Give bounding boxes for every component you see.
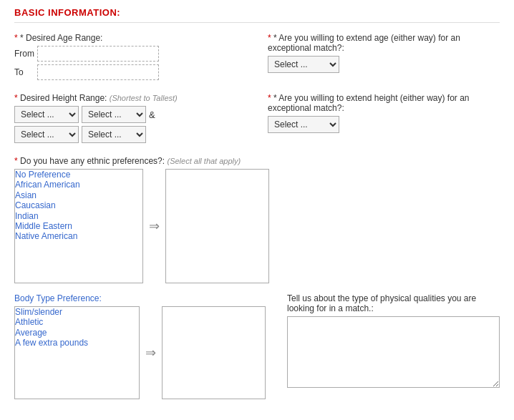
physical-qualities-textarea[interactable] [287, 316, 500, 388]
ethnic-right-listbox[interactable] [165, 169, 269, 283]
age-range-group: * * Desired Age Range: From To [14, 33, 246, 83]
ampersand: & [149, 109, 155, 120]
extend-height-group: * * Are you willing to extend height (ei… [268, 93, 500, 133]
ethnic-right-select[interactable] [166, 170, 268, 283]
age-to-input[interactable] [37, 64, 159, 80]
body-right-select[interactable] [163, 307, 265, 399]
height-select-2[interactable]: Select ... 4'0"4'6"5'0"5'2" 5'4"5'6"5'8"… [82, 106, 146, 123]
ethnic-hint: (Select all that apply) [167, 157, 241, 165]
ethnic-left-listbox[interactable]: No Preference African American Asian Cau… [14, 169, 143, 283]
body-transfer-icon[interactable]: ⇒ [145, 345, 156, 361]
body-type-label-text: Body Type Preference: [14, 293, 102, 303]
extend-age-label-text: * Are you willing to extend age (either … [268, 33, 460, 53]
height-range-group: * Desired Height Range: (Shortest to Tal… [14, 93, 246, 146]
extend-age-select[interactable]: Select ... Yes No [268, 56, 339, 73]
height-hint: (Shortest to Tallest) [110, 94, 178, 102]
body-left-listbox[interactable]: Slim/slender Athletic Average A few extr… [14, 306, 140, 399]
body-left-select[interactable]: Slim/slender Athletic Average A few extr… [15, 307, 139, 399]
ethnic-label: * Do you have any ethnic preferences?: (… [14, 156, 500, 166]
body-type-label: Body Type Preference: [14, 293, 266, 303]
ethnic-left-select[interactable]: No Preference African American Asian Cau… [15, 170, 142, 283]
extend-height-select[interactable]: Select ... Yes No [268, 116, 339, 133]
physical-qualities-label: Tell us about the type of physical quali… [287, 293, 500, 313]
age-range-label: * * Desired Age Range: [14, 33, 246, 43]
body-right-listbox[interactable] [162, 306, 266, 399]
physical-qualities-group: Tell us about the type of physical quali… [287, 293, 500, 390]
height-range-label: * Desired Height Range: (Shortest to Tal… [14, 93, 246, 103]
section-title: BASIC INFORMATION: [14, 7, 500, 23]
height-select-3[interactable]: Select ... 4'0"4'6"5'0"5'2" 5'4"5'6"5'8"… [14, 126, 79, 143]
age-range-label-text: * Desired Age Range: [20, 33, 102, 43]
to-label: To [14, 67, 34, 77]
from-label: From [14, 49, 34, 59]
height-select-1[interactable]: Select ... 4'0"4'6"5'0"5'2" 5'4"5'6"5'8"… [14, 106, 79, 123]
bottom-section: Body Type Preference: Slim/slender Athle… [14, 293, 500, 399]
extend-age-label: * * Are you willing to extend age (eithe… [268, 33, 500, 53]
ethnic-transfer-icon[interactable]: ⇒ [149, 218, 160, 234]
height-select-4[interactable]: Select ... 4'0"4'6"5'0"5'2" 5'4"5'6"5'8"… [82, 126, 146, 143]
age-from-input[interactable] [37, 46, 159, 62]
ethnic-preferences-group: * Do you have any ethnic preferences?: (… [14, 156, 500, 283]
extend-height-label: * * Are you willing to extend height (ei… [268, 93, 500, 113]
extend-height-label-text: * Are you willing to extend height (eith… [268, 93, 470, 113]
extend-age-group: * * Are you willing to extend age (eithe… [268, 33, 500, 73]
physical-qualities-label-text: Tell us about the type of physical quali… [287, 293, 476, 313]
body-type-group: Body Type Preference: Slim/slender Athle… [14, 293, 266, 399]
